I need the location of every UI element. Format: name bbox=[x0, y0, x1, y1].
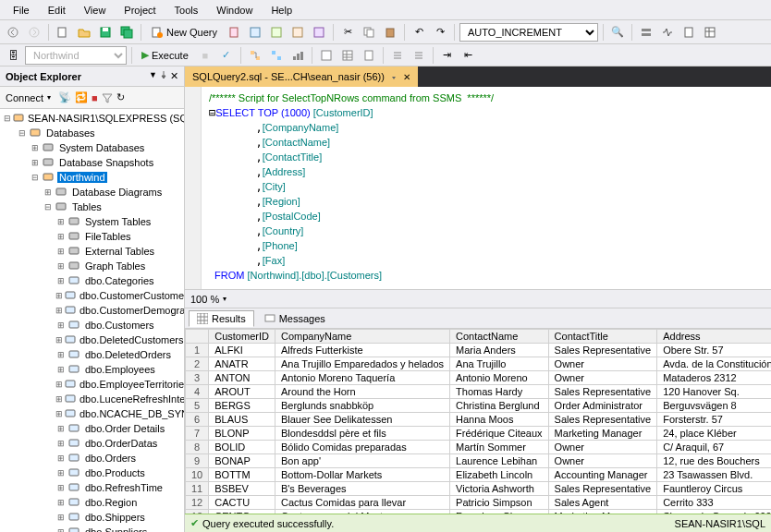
table-row[interactable]: 11BSBEVB's BeveragesVictoria AshworthSal… bbox=[186, 482, 772, 496]
tab-pin-icon[interactable] bbox=[390, 73, 398, 80]
tree-item[interactable]: ⊞dbo.EmployeeTerritories bbox=[0, 377, 184, 392]
open-icon[interactable] bbox=[75, 23, 93, 42]
cut-icon[interactable]: ✂ bbox=[338, 23, 357, 42]
activity-icon[interactable] bbox=[658, 23, 677, 42]
display-plan-icon[interactable] bbox=[246, 46, 264, 65]
menu-edit[interactable]: Edit bbox=[39, 2, 75, 18]
props-icon[interactable] bbox=[701, 23, 719, 42]
tree-item[interactable]: ⊞Graph Tables bbox=[0, 259, 184, 273]
table-row[interactable]: 12CACTUCactus Comidas para llevarPatrici… bbox=[186, 496, 772, 510]
tab-sqlquery2[interactable]: SQLQuery2.sql - SE...CH\sean_nasir (56))… bbox=[185, 66, 418, 87]
tree-item[interactable]: ⊟Northwind bbox=[0, 170, 184, 185]
tree-item[interactable]: ⊞dbo.NCACHE_DB_SYNC bbox=[0, 406, 184, 421]
reg-servers-icon[interactable] bbox=[637, 23, 655, 42]
table-row[interactable]: 2ANATRAna Trujillo Emparedados y helados… bbox=[186, 357, 772, 371]
include-stats-icon[interactable] bbox=[288, 46, 307, 65]
zoom-dropdown-icon[interactable]: ▾ bbox=[223, 295, 226, 303]
table-row[interactable]: 6BLAUSBlauer See DelikatessenHanna MoosS… bbox=[186, 413, 772, 427]
new-query-button[interactable]: New Query bbox=[146, 23, 222, 42]
nav-fwd-icon[interactable] bbox=[25, 23, 43, 42]
tab-results[interactable]: Results bbox=[189, 310, 254, 327]
execute-button[interactable]: ▶ Execute bbox=[137, 46, 193, 65]
paste-icon[interactable] bbox=[381, 23, 399, 42]
table-row[interactable]: 7BLONPBlondesddsl père et filsFrédérique… bbox=[186, 427, 772, 441]
close-icon[interactable]: ✕ bbox=[170, 70, 178, 82]
tree-item[interactable]: ⊞dbo.Shippers bbox=[0, 510, 184, 525]
tree-item[interactable]: ⊞dbo.CustomerDemograph bbox=[0, 303, 184, 318]
tree-item[interactable]: ⊞System Databases bbox=[0, 140, 184, 155]
menu-view[interactable]: View bbox=[75, 2, 116, 18]
filter-icon[interactable] bbox=[102, 92, 113, 103]
tree-item[interactable]: ⊞dbo.Products bbox=[0, 466, 184, 480]
col-header[interactable]: ContactName bbox=[450, 330, 549, 344]
connect-dropdown-icon[interactable]: ▾ bbox=[47, 93, 51, 102]
stop-icon[interactable]: ■ bbox=[196, 46, 214, 65]
tree-item[interactable]: ⊞System Tables bbox=[0, 214, 184, 229]
tree-item[interactable]: ⊞dbo.DeletedOrders bbox=[0, 347, 184, 362]
include-plan-icon[interactable] bbox=[267, 46, 286, 65]
table-row[interactable]: 1ALFKIAlfreds FutterkisteMaria AndersSal… bbox=[186, 344, 772, 357]
tree-item[interactable]: ⊞dbo.Categories bbox=[0, 273, 184, 288]
table-row[interactable]: 5BERGSBerglunds snabbköpChristina Berglu… bbox=[186, 399, 772, 413]
results-text-icon[interactable] bbox=[317, 46, 336, 65]
objexp-tree[interactable]: ⊟SEAN-NASIR1\SQLEXPRESS (SQL Serv⊟Databa… bbox=[0, 109, 184, 532]
copy-icon[interactable] bbox=[360, 23, 378, 42]
tab-messages[interactable]: Messages bbox=[256, 310, 334, 327]
tree-item[interactable]: ⊞dbo.Region bbox=[0, 495, 184, 510]
combo-auto-increment[interactable]: AUTO_INCREMENT bbox=[459, 23, 598, 42]
tree-item[interactable]: ⊞Database Diagrams bbox=[0, 185, 184, 200]
menu-help[interactable]: Help bbox=[262, 2, 301, 18]
col-header[interactable]: CustomerID bbox=[209, 330, 275, 344]
tree-item[interactable]: ⊞dbo.CustomerCustomerDe bbox=[0, 288, 184, 303]
table-row[interactable]: 3ANTONAntonio Moreno TaqueríaAntonio Mor… bbox=[186, 371, 772, 385]
tree-item[interactable]: ⊞FileTables bbox=[0, 229, 184, 244]
tree-item[interactable]: ⊞dbo.Orders bbox=[0, 451, 184, 466]
parse-icon[interactable]: ✓ bbox=[217, 46, 236, 65]
mdx-icon[interactable] bbox=[267, 23, 286, 42]
nav-back-icon[interactable] bbox=[4, 23, 22, 42]
template-icon[interactable] bbox=[679, 23, 698, 42]
table-row[interactable]: 8BOLIDBólido Comidas preparadasMartín So… bbox=[186, 441, 772, 454]
tree-item[interactable]: ⊟Databases bbox=[0, 126, 184, 140]
comment-icon[interactable] bbox=[388, 46, 407, 65]
find-icon[interactable]: 🔍 bbox=[608, 23, 627, 42]
table-row[interactable]: 10BOTTMBottom-Dollar MarketsElizabeth Li… bbox=[186, 468, 772, 482]
pin-icon[interactable] bbox=[159, 70, 168, 82]
zoom-level[interactable]: 100 % bbox=[190, 294, 219, 305]
use-db-icon[interactable]: 🗄 bbox=[4, 46, 22, 65]
refresh-conn-icon[interactable]: 🔁 bbox=[75, 91, 88, 103]
stop-conn-icon[interactable]: ■ bbox=[92, 92, 98, 103]
results-grid[interactable]: CustomerIDCompanyNameContactNameContactT… bbox=[185, 329, 771, 514]
table-row[interactable]: 9BONAPBon app'Laurence LebihanOwner12, r… bbox=[186, 454, 772, 468]
table-row[interactable]: 4AROUTAround the HornThomas HardySales R… bbox=[186, 385, 772, 399]
saveall-icon[interactable] bbox=[117, 23, 136, 42]
menu-window[interactable]: Window bbox=[207, 2, 262, 18]
results-file-icon[interactable] bbox=[360, 46, 378, 65]
col-header[interactable]: CompanyName bbox=[275, 330, 449, 344]
tree-item[interactable]: ⊞dbo.LuceneRefreshInterva bbox=[0, 392, 184, 406]
menu-file[interactable]: File bbox=[4, 2, 39, 18]
menu-tools[interactable]: Tools bbox=[165, 2, 208, 18]
tree-item[interactable]: ⊞dbo.Employees bbox=[0, 362, 184, 377]
dropdown-icon[interactable]: ▼ bbox=[149, 70, 157, 82]
indent-icon[interactable]: ⇥ bbox=[438, 46, 457, 65]
uncomment-icon[interactable] bbox=[410, 46, 428, 65]
disconnect-icon[interactable]: 📡 bbox=[58, 91, 71, 103]
connect-label[interactable]: Connect bbox=[6, 92, 43, 103]
tab-close-icon[interactable]: ✕ bbox=[403, 72, 410, 82]
as-icon[interactable] bbox=[246, 23, 264, 42]
tree-item[interactable]: ⊞dbo.Suppliers bbox=[0, 525, 184, 532]
col-header[interactable]: ContactTitle bbox=[548, 330, 657, 344]
new-icon[interactable] bbox=[54, 23, 72, 42]
tree-item[interactable]: ⊞Database Snapshots bbox=[0, 155, 184, 170]
tree-item[interactable]: ⊞dbo.OrderDatas bbox=[0, 436, 184, 451]
tree-item[interactable]: ⊟SEAN-NASIR1\SQLEXPRESS (SQL Serv bbox=[0, 111, 184, 126]
menu-project[interactable]: Project bbox=[115, 2, 165, 18]
save-icon[interactable] bbox=[96, 23, 115, 42]
tree-item[interactable]: ⊞dbo.Order Details bbox=[0, 421, 184, 436]
tree-item[interactable]: ⊞dbo.RefreshTime bbox=[0, 480, 184, 495]
tree-item[interactable]: ⊟Tables bbox=[0, 200, 184, 214]
sql-editor[interactable]: /****** Script for SelectTopNRows comman… bbox=[185, 87, 771, 290]
col-header[interactable]: Address bbox=[657, 330, 771, 344]
tree-item[interactable]: ⊞External Tables bbox=[0, 244, 184, 259]
